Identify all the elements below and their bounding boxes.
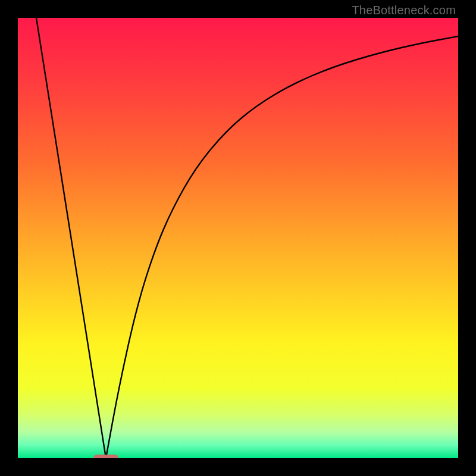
curve-layer [18,18,458,458]
chart-frame: TheBottleneck.com [0,0,476,476]
watermark-text: TheBottleneck.com [352,4,456,17]
plot-area [18,18,458,458]
optimum-marker [93,455,118,458]
bottleneck-curve [36,18,458,458]
